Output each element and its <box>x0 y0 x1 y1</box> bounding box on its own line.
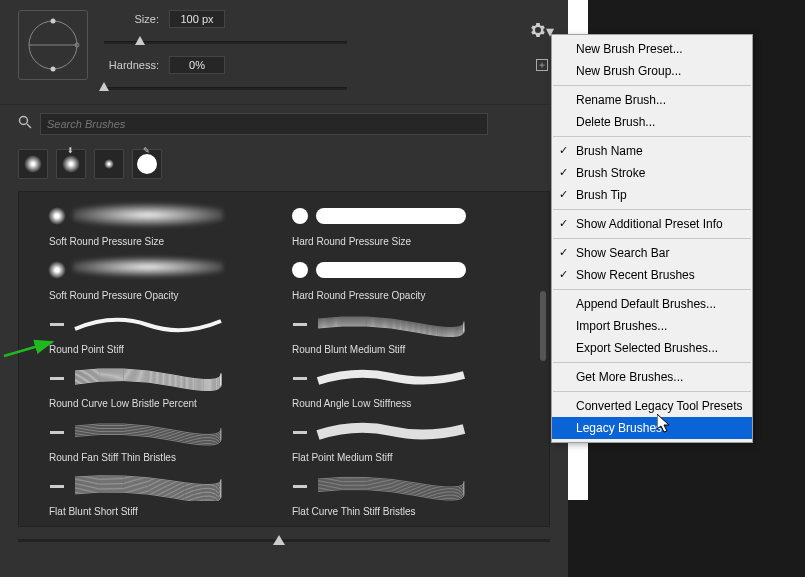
menu-item[interactable]: Get More Brushes... <box>552 366 752 388</box>
recent-brush[interactable] <box>18 149 48 179</box>
brush-preset[interactable]: Hard Round Pressure Size <box>290 198 521 250</box>
svg-point-3 <box>51 67 56 72</box>
brush-preset-label: Round Angle Low Stiffness <box>290 398 521 409</box>
hardness-label: Hardness: <box>104 59 159 71</box>
brush-preset-label: Soft Round Pressure Size <box>47 236 278 247</box>
search-icon <box>18 115 32 133</box>
brush-preset-label: Round Fan Stiff Thin Bristles <box>47 452 278 463</box>
brush-preset-label: Hard Round Pressure Size <box>290 236 521 247</box>
brush-preset-label: Round Curve Low Bristle Percent <box>47 398 278 409</box>
svg-point-2 <box>51 19 56 24</box>
menu-item[interactable]: Show Recent Brushes <box>552 264 752 286</box>
svg-line-6 <box>27 124 31 128</box>
new-preset-icon[interactable]: ＋ <box>536 59 548 71</box>
menu-item[interactable]: Show Search Bar <box>552 242 752 264</box>
hardness-input[interactable] <box>169 56 225 74</box>
size-input[interactable] <box>169 10 225 28</box>
size-slider[interactable] <box>104 36 347 48</box>
brushes-panel: Size: Hardness: ▾ ＋ ⬇ <box>0 0 568 577</box>
menu-item[interactable]: Legacy Brushes <box>552 417 752 439</box>
svg-point-5 <box>20 117 28 125</box>
menu-item[interactable]: Rename Brush... <box>552 89 752 111</box>
menu-item[interactable]: Export Selected Brushes... <box>552 337 752 359</box>
brush-preset[interactable]: Round Blunt Medium Stiff <box>290 306 521 358</box>
size-label: Size: <box>104 13 159 25</box>
brush-preset-grid: Soft Round Pressure Size Hard Round Pres… <box>18 191 550 527</box>
scrollbar-vertical[interactable] <box>540 291 546 361</box>
brush-preset-label: Soft Round Pressure Opacity <box>47 290 278 301</box>
recent-brush[interactable] <box>94 149 124 179</box>
menu-item[interactable]: Delete Brush... <box>552 111 752 133</box>
hardness-slider[interactable] <box>104 82 347 94</box>
menu-item[interactable]: Brush Tip <box>552 184 752 206</box>
brush-angle-preview[interactable] <box>18 10 88 80</box>
search-input[interactable] <box>40 113 488 135</box>
brush-preset[interactable]: Flat Point Medium Stiff <box>290 414 521 466</box>
brush-preset-label: Flat Curve Thin Stiff Bristles <box>290 506 521 517</box>
brush-preset[interactable]: Soft Round Pressure Size <box>47 198 278 250</box>
brush-preset[interactable]: Soft Round Pressure Opacity <box>47 252 278 304</box>
menu-item[interactable]: New Brush Group... <box>552 60 752 82</box>
recent-brush[interactable]: ⬇ <box>56 149 86 179</box>
brush-preset-label: Flat Blunt Short Stiff <box>47 506 278 517</box>
brush-preset-label: Flat Point Medium Stiff <box>290 452 521 463</box>
brush-preset[interactable]: Round Curve Low Bristle Percent <box>47 360 278 412</box>
panel-menu: New Brush Preset...New Brush Group...Ren… <box>551 34 753 443</box>
brush-preset[interactable]: Round Fan Stiff Thin Bristles <box>47 414 278 466</box>
menu-item[interactable]: Show Additional Preset Info <box>552 213 752 235</box>
brush-preset-label: Hard Round Pressure Opacity <box>290 290 521 301</box>
menu-item[interactable]: Converted Legacy Tool Presets <box>552 395 752 417</box>
brush-preset-label: Round Blunt Medium Stiff <box>290 344 521 355</box>
brush-preset[interactable]: Hard Round Pressure Opacity <box>290 252 521 304</box>
menu-item[interactable]: Brush Stroke <box>552 162 752 184</box>
menu-item[interactable]: Append Default Brushes... <box>552 293 752 315</box>
brush-preset[interactable]: Flat Blunt Short Stiff <box>47 468 278 520</box>
brush-preset[interactable]: Round Point Stiff <box>47 306 278 358</box>
menu-item[interactable]: Brush Name <box>552 140 752 162</box>
menu-item[interactable]: Import Brushes... <box>552 315 752 337</box>
brush-preset[interactable]: Round Angle Low Stiffness <box>290 360 521 412</box>
recent-brushes: ⬇ ✎ <box>0 143 568 185</box>
brush-preset-label: Round Point Stiff <box>47 344 278 355</box>
recent-brush[interactable]: ✎ <box>132 149 162 179</box>
menu-item[interactable]: New Brush Preset... <box>552 38 752 60</box>
scrollbar-horizontal[interactable] <box>18 535 550 547</box>
brush-preset[interactable]: Flat Curve Thin Stiff Bristles <box>290 468 521 520</box>
